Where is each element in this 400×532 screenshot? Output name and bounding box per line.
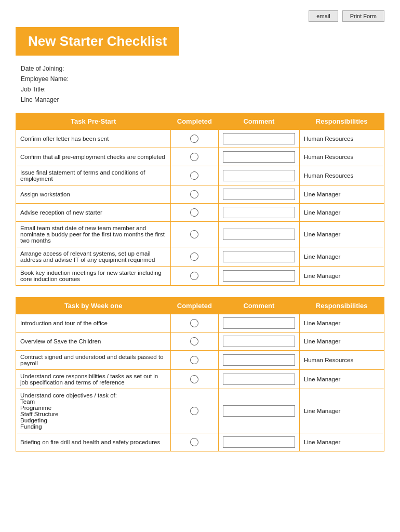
task-cell: Understand core responsibilities / tasks…: [16, 370, 171, 389]
radio-button[interactable]: [190, 272, 198, 280]
completed-cell[interactable]: [170, 204, 218, 222]
table-row: Email team start date of new team member…: [16, 222, 384, 247]
responsibility-cell: Human Resources: [299, 130, 384, 148]
comment-input[interactable]: [223, 151, 295, 163]
completed-cell[interactable]: [170, 130, 218, 148]
comment-cell[interactable]: [218, 370, 299, 389]
comment-input[interactable]: [223, 405, 295, 417]
email-button[interactable]: email: [309, 10, 338, 22]
responsibility-cell: Line Manager: [299, 433, 384, 451]
comment-cell[interactable]: [218, 433, 299, 451]
task-cell: Arrange access of relevant systems, set …: [16, 247, 171, 267]
responsibility-cell: Line Manager: [299, 267, 384, 286]
week-one-col-comment: Comment: [218, 298, 299, 314]
task-cell: Overview of Save the Children: [16, 332, 171, 351]
task-cell: Confirm offer letter has been sent: [16, 130, 171, 148]
completed-cell[interactable]: [170, 314, 218, 332]
completed-cell[interactable]: [170, 222, 218, 247]
comment-cell[interactable]: [218, 351, 299, 370]
week-one-table-title: Task by Week one: [16, 298, 171, 314]
completed-cell[interactable]: [170, 148, 218, 166]
responsibility-cell: Line Manager: [299, 332, 384, 351]
completed-cell[interactable]: [170, 332, 218, 351]
table-row: Overview of Save the ChildrenLine Manage…: [16, 332, 384, 351]
pre-start-col-comment: Comment: [218, 113, 299, 130]
table-row: Understand core objectives / task of:Tea…: [16, 389, 384, 433]
completed-cell[interactable]: [170, 389, 218, 433]
comment-input[interactable]: [223, 436, 295, 448]
comment-cell[interactable]: [218, 267, 299, 286]
completed-cell[interactable]: [170, 370, 218, 389]
completed-cell[interactable]: [170, 267, 218, 286]
comment-cell[interactable]: [218, 130, 299, 148]
comment-cell[interactable]: [218, 332, 299, 351]
task-cell: Advise reception of new starter: [16, 204, 171, 222]
comment-cell[interactable]: [218, 314, 299, 332]
radio-button[interactable]: [190, 230, 198, 238]
comment-input[interactable]: [223, 270, 295, 282]
comment-input[interactable]: [223, 229, 295, 240]
comment-input[interactable]: [223, 189, 295, 200]
completed-cell[interactable]: [170, 247, 218, 267]
table-row: Assign workstationLine Manager: [16, 185, 384, 204]
comment-input[interactable]: [223, 170, 295, 181]
comment-cell[interactable]: [218, 389, 299, 433]
comment-cell[interactable]: [218, 148, 299, 166]
table-row: Briefing on fire drill and health and sa…: [16, 433, 384, 451]
responsibility-cell: Line Manager: [299, 389, 384, 433]
comment-cell[interactable]: [218, 166, 299, 185]
radio-button[interactable]: [190, 407, 198, 415]
table-row: Confirm that all pre-employment checks a…: [16, 148, 384, 166]
table-row: Issue final statement of terms and condi…: [16, 166, 384, 185]
page-title: New Starter Checklist: [28, 33, 167, 49]
task-cell: Email team start date of new team member…: [16, 222, 171, 247]
comment-input[interactable]: [223, 374, 295, 385]
comment-input[interactable]: [223, 336, 295, 347]
task-cell: Contract signed and understood and detai…: [16, 351, 171, 370]
completed-cell[interactable]: [170, 185, 218, 204]
meta-fields: Date of Joining: Employee Name: Job Titl…: [21, 65, 379, 103]
task-cell: Understand core objectives / task of:Tea…: [16, 389, 171, 433]
line-manager-field: Line Manager: [21, 96, 379, 103]
comment-cell[interactable]: [218, 247, 299, 267]
radio-button[interactable]: [190, 319, 198, 327]
radio-button[interactable]: [190, 190, 198, 198]
task-cell: Introduction and tour of the office: [16, 314, 171, 332]
table-row: Introduction and tour of the officeLine …: [16, 314, 384, 332]
week-one-col-responsibilities: Responsibilities: [299, 298, 384, 314]
radio-button[interactable]: [190, 135, 198, 143]
comment-cell[interactable]: [218, 185, 299, 204]
job-title-field: Job Title:: [21, 86, 379, 93]
pre-start-table: Task Pre-Start Completed Comment Respons…: [16, 113, 384, 286]
task-cell: Book key induction meetings for new star…: [16, 267, 171, 286]
page: email Print Form New Starter Checklist D…: [0, 0, 400, 532]
table-row: Advise reception of new starterLine Mana…: [16, 204, 384, 222]
responsibility-cell: Line Manager: [299, 370, 384, 389]
comment-input[interactable]: [223, 133, 295, 144]
pre-start-col-responsibilities: Responsibilities: [299, 113, 384, 130]
completed-cell[interactable]: [170, 351, 218, 370]
comment-input[interactable]: [223, 317, 295, 329]
radio-button[interactable]: [190, 252, 198, 261]
radio-button[interactable]: [190, 337, 198, 345]
radio-button[interactable]: [190, 153, 198, 161]
comment-cell[interactable]: [218, 222, 299, 247]
radio-button[interactable]: [190, 375, 198, 383]
pre-start-table-title: Task Pre-Start: [16, 113, 171, 130]
completed-cell[interactable]: [170, 166, 218, 185]
pre-start-col-completed: Completed: [170, 113, 218, 130]
week-one-table: Task by Week one Completed Comment Respo…: [16, 297, 384, 451]
comment-input[interactable]: [223, 354, 295, 366]
radio-button[interactable]: [190, 438, 198, 446]
task-cell: Issue final statement of terms and condi…: [16, 166, 171, 185]
radio-button[interactable]: [190, 208, 198, 217]
comment-cell[interactable]: [218, 204, 299, 222]
radio-button[interactable]: [190, 171, 198, 180]
radio-button[interactable]: [190, 356, 198, 364]
print-button[interactable]: Print Form: [342, 10, 384, 22]
table-row: Understand core responsibilities / tasks…: [16, 370, 384, 389]
comment-input[interactable]: [223, 207, 295, 218]
completed-cell[interactable]: [170, 433, 218, 451]
comment-input[interactable]: [223, 251, 295, 262]
header-box: New Starter Checklist: [16, 27, 179, 56]
